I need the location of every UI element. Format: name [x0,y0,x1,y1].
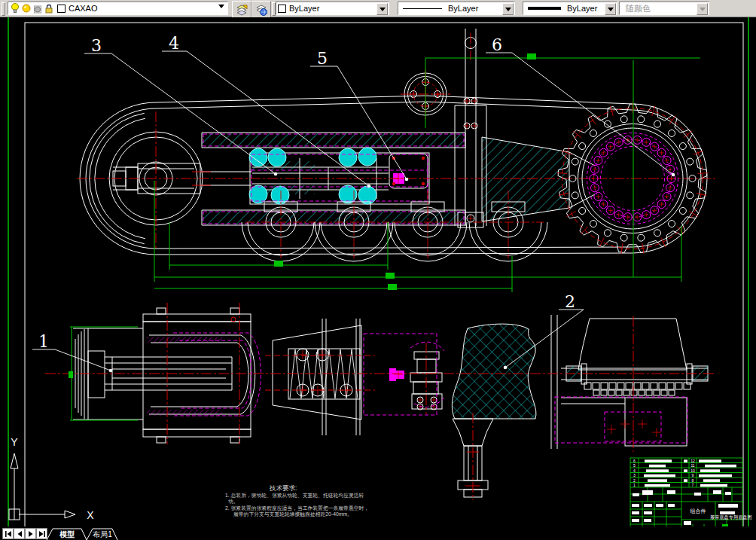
chevron-down-icon[interactable] [376,3,388,15]
svg-text:履带底盘专用底盘图: 履带底盘专用底盘图 [710,514,752,520]
svg-text:8: 8 [692,478,694,483]
caxa-window: CAXAO ByLayer [0,0,756,540]
canvas-background [0,17,756,526]
svg-text:X: X [87,509,94,521]
lock-plane-icon [32,2,43,14]
toolbar-grip[interactable] [2,2,5,16]
svg-text:3: 3 [633,473,636,477]
svg-text:动。: 动。 [228,499,239,504]
svg-text:5: 5 [633,463,636,468]
layout-tabs[interactable]: 模型布局1 [0,526,756,540]
lineweight-combo[interactable]: ByLayer [523,2,617,15]
svg-text:1: 1 [38,332,49,351]
svg-text:10: 10 [690,468,695,473]
make-object-layer-current-button[interactable] [232,1,251,18]
drawing-canvas[interactable]: 123456技术要求:1. 总装后，驱动轮、张紧从动轮、支重轮、托链轮均应灵活转… [0,17,756,526]
properties-toolbar: CAXAO ByLayer [0,0,756,17]
linetype-combo[interactable]: ByLayer [398,2,515,15]
current-layer-name: CAXAO [69,4,227,13]
layers-arrow-icon [235,3,248,17]
svg-text:2: 2 [633,478,636,483]
linetype-glyph [403,8,442,9]
svg-text:6: 6 [633,459,636,463]
lock-icon [44,2,54,14]
svg-text:3: 3 [91,36,102,55]
svg-text:7: 7 [692,483,694,487]
chevron-down-icon [697,3,708,15]
layout-tab-bar: 模型布局1 [0,526,756,540]
layer-previous-button[interactable] [251,1,271,18]
tab-label-布局1[interactable]: 布局1 [92,530,112,538]
layer-state-icons [10,2,54,14]
svg-text:技术要求:: 技术要求: [269,484,297,492]
svg-text:4: 4 [633,468,636,473]
layer-color-swatch [57,5,66,13]
layers-globe-icon [255,3,268,17]
svg-text:2: 2 [565,292,575,311]
lineweight-glyph [528,7,561,10]
svg-text:11: 11 [690,463,694,468]
svg-text:履带的下分支与支重轮轮缘接触面处相距20-40mm。: 履带的下分支与支重轮轮缘接触面处相距20-40mm。 [233,511,352,517]
chevron-down-icon[interactable] [605,3,616,15]
freeze-sun-icon [21,2,32,14]
svg-text:5: 5 [317,49,328,68]
color-combo[interactable]: ByLayer [276,2,389,15]
svg-text:1: 1 [633,483,636,487]
layer-combo[interactable]: CAXAO [8,2,228,15]
svg-text:Y: Y [11,436,18,448]
svg-text:组合件: 组合件 [690,508,706,514]
tab-label-模型[interactable]: 模型 [59,530,75,538]
color-value: ByLayer [289,4,389,13]
color-swatch [278,5,286,13]
bulb-icon [10,2,20,14]
chevron-down-icon[interactable] [502,3,514,15]
svg-text:12: 12 [690,459,695,463]
svg-text:6: 6 [492,35,502,54]
svg-text:4: 4 [169,34,179,53]
svg-text:1. 总装后，驱动轮、张紧从动轮、支重轮、托链轮均应灵活转: 1. 总装后，驱动轮、张紧从动轮、支重轮、托链轮均应灵活转 [225,493,364,499]
plotstyle-combo: 随颜色 [619,2,709,15]
svg-text:2. 张紧装置的张紧程度应适当，当工作装置把一条履带悬空时，: 2. 张紧装置的张紧程度应适当，当工作装置把一条履带悬空时， [225,505,369,511]
svg-text:9: 9 [692,473,694,477]
